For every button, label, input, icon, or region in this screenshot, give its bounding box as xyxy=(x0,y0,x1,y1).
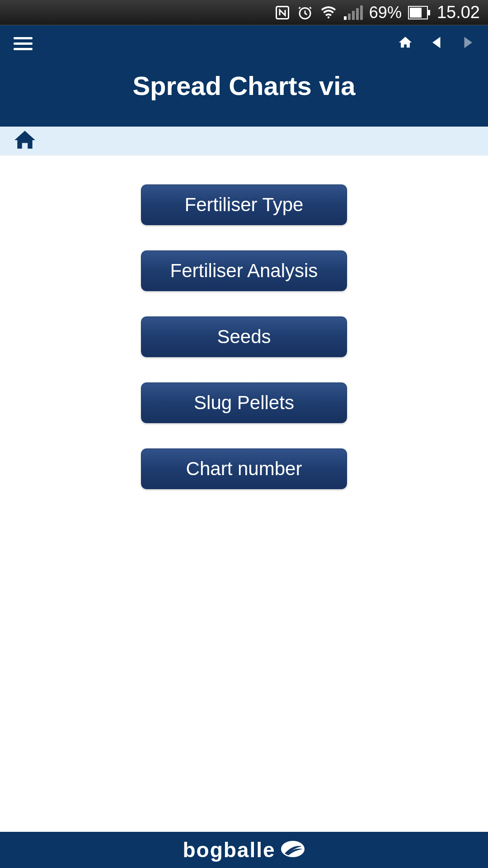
header-nav xyxy=(398,35,474,52)
svg-rect-5 xyxy=(428,10,430,15)
button-label: Fertiliser Type xyxy=(185,194,304,216)
menu-button[interactable] xyxy=(14,37,33,50)
button-label: Chart number xyxy=(186,458,302,480)
status-bar: 69% 15.02 xyxy=(0,0,488,25)
nfc-icon xyxy=(274,5,291,21)
footer: bogballe xyxy=(0,832,488,868)
slug-pellets-button[interactable]: Slug Pellets xyxy=(141,382,347,423)
status-time: 15.02 xyxy=(437,3,480,22)
battery-icon xyxy=(408,6,431,19)
button-label: Seeds xyxy=(217,326,271,348)
button-label: Fertiliser Analysis xyxy=(170,260,318,282)
brand-logo-text: bogballe xyxy=(183,838,275,862)
page-title: Spread Charts via xyxy=(0,61,488,110)
main-content: Fertiliser Type Fertiliser Analysis Seed… xyxy=(0,156,488,832)
wifi-icon xyxy=(319,5,338,21)
chart-number-button[interactable]: Chart number xyxy=(141,448,347,489)
alarm-icon xyxy=(297,5,313,21)
header-toolbar xyxy=(0,25,488,61)
breadcrumb-home-icon[interactable] xyxy=(14,129,36,153)
brand-logo-icon xyxy=(280,840,305,860)
button-label: Slug Pellets xyxy=(194,392,294,414)
app-header: Spread Charts via xyxy=(0,25,488,127)
home-icon[interactable] xyxy=(398,35,413,52)
svg-rect-4 xyxy=(410,8,422,18)
forward-icon[interactable] xyxy=(461,35,474,52)
seeds-button[interactable]: Seeds xyxy=(141,316,347,357)
svg-point-2 xyxy=(328,16,330,19)
breadcrumb xyxy=(0,127,488,156)
fertiliser-type-button[interactable]: Fertiliser Type xyxy=(141,184,347,225)
signal-icon xyxy=(344,5,363,20)
battery-percent: 69% xyxy=(369,3,402,22)
back-icon[interactable] xyxy=(430,35,444,52)
fertiliser-analysis-button[interactable]: Fertiliser Analysis xyxy=(141,250,347,291)
